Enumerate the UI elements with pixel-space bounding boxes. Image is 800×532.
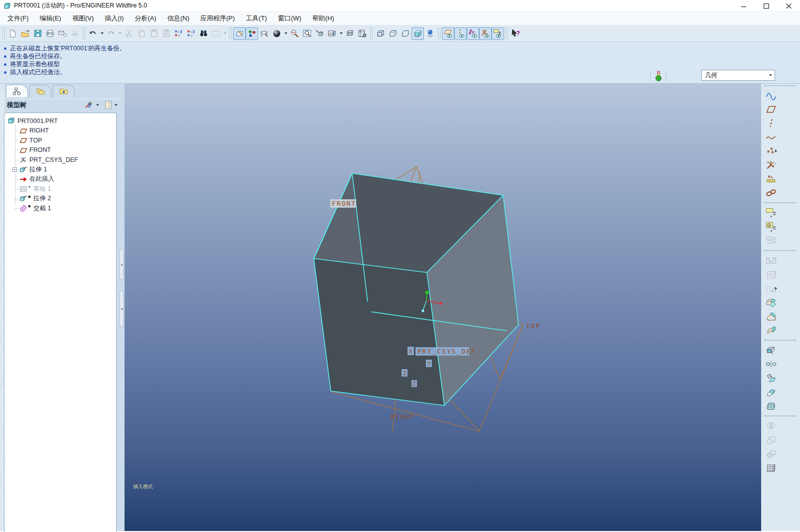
sketch-tool-button[interactable] [765, 89, 777, 102]
no-hidden-button[interactable] [399, 27, 411, 40]
new-file-button[interactable] [6, 27, 19, 40]
annotation-tool-button[interactable] [765, 207, 777, 219]
regenerate-button[interactable] [172, 27, 185, 40]
mirror-tool-button[interactable] [765, 358, 777, 371]
graphics-viewport[interactable]: FRONT TOP RIGHT PRT_CSYS_DEF X Y Z Z 插入模… [125, 84, 761, 531]
find-button[interactable] [197, 27, 210, 40]
save-button[interactable] [31, 27, 44, 40]
datum-axis-tool-button[interactable] [765, 117, 777, 130]
menu-file[interactable]: 文件(F) [2, 12, 34, 25]
orient-mode-button[interactable] [258, 27, 270, 40]
fill-tool-button[interactable] [765, 372, 777, 385]
repaint-button[interactable] [233, 27, 246, 40]
right-datum-label[interactable]: RIGHT [391, 413, 415, 420]
model-canvas[interactable]: FRONT TOP RIGHT PRT_CSYS_DEF X Y Z Z 插入模… [125, 84, 761, 531]
hole-tool-button-disabled[interactable] [765, 255, 777, 267]
panel-splitter[interactable] [119, 84, 125, 531]
menu-analysis[interactable]: 分析(A) [130, 12, 162, 25]
maximize-button[interactable] [755, 0, 778, 11]
menu-help[interactable]: 帮助(H) [307, 12, 340, 25]
custom-regenerate-button[interactable] [185, 27, 197, 40]
revolve-tool-button[interactable] [765, 310, 777, 323]
hidden-line-button[interactable] [387, 27, 399, 40]
front-datum-label[interactable]: FRONT [332, 200, 356, 207]
copy-button-disabled[interactable] [135, 27, 147, 40]
style-tool-button[interactable] [765, 386, 777, 399]
enhanced-realism-button[interactable] [424, 27, 436, 40]
flyout-arrow-icon[interactable] [775, 287, 777, 290]
datum-csys-toggle[interactable] [479, 27, 492, 40]
open-file-button[interactable] [19, 27, 31, 40]
flyout-arrow-icon[interactable] [775, 149, 777, 152]
tree-item-extrude-2[interactable]: 拉伸 2 [4, 194, 116, 204]
tree-item-part-root[interactable]: PRT0001.PRT [4, 116, 116, 126]
top-datum-label[interactable]: TOP [526, 322, 540, 330]
toolbar-grip[interactable] [506, 27, 508, 39]
solidify-tool-button[interactable] [765, 344, 777, 357]
tree-item-insert-here[interactable]: 在此插入 [4, 174, 116, 184]
chevron-down-icon[interactable] [766, 74, 775, 76]
tree-item-extrude-1[interactable]: + 拉伸 1 [4, 165, 116, 175]
menu-insert[interactable]: 插入(I) [99, 12, 129, 25]
appearance-dropdown[interactable] [283, 27, 288, 40]
folder-browser-tab[interactable] [29, 85, 51, 97]
shell-tool-button-disabled[interactable] [765, 268, 777, 281]
close-button[interactable] [778, 0, 800, 11]
redo-dropdown[interactable] [117, 27, 123, 40]
undo-dropdown[interactable] [99, 27, 105, 40]
refit-button[interactable] [313, 27, 326, 40]
tree-display-button[interactable] [104, 101, 118, 110]
pattern-tool-button[interactable] [765, 462, 777, 474]
expand-icon[interactable]: + [12, 167, 17, 172]
splitter-handle[interactable] [120, 249, 124, 280]
minimize-button[interactable] [733, 0, 755, 11]
print-button[interactable] [44, 27, 56, 40]
tree-item-front-plane[interactable]: FRONT [4, 145, 116, 155]
tree-item-csys[interactable]: PRT_CSYS_DEF [4, 155, 116, 165]
select-box-button-disabled[interactable] [210, 27, 222, 40]
toolbar-grip[interactable] [370, 27, 373, 39]
spin-center-toggle[interactable] [246, 27, 258, 40]
model-tree-tab[interactable] [6, 85, 28, 97]
redo-button-disabled[interactable] [105, 27, 117, 40]
undo-button[interactable] [87, 27, 99, 40]
link-button-disabled[interactable] [69, 27, 81, 40]
splitter-handle[interactable] [120, 291, 124, 327]
zoom-out-button[interactable] [288, 27, 301, 40]
extrude-tool-button[interactable] [765, 296, 777, 309]
tree-settings-button[interactable] [84, 101, 99, 110]
menu-window[interactable]: 窗口(W) [272, 12, 307, 25]
menu-view[interactable]: 视图(V) [67, 12, 99, 25]
boundary-blend-tool-button[interactable] [765, 400, 777, 412]
datum-axes-toggle[interactable] [454, 27, 467, 40]
send-email-button[interactable] [56, 27, 69, 40]
saved-views-dropdown[interactable] [338, 27, 344, 40]
context-help-button[interactable]: ? [510, 27, 522, 40]
field-point-tool-button[interactable] [765, 173, 777, 185]
datum-points-toggle[interactable] [467, 27, 479, 40]
menu-applications[interactable]: 应用程序(P) [195, 12, 240, 25]
toolbar-grip[interactable] [438, 27, 440, 39]
shaded-button[interactable] [411, 27, 424, 40]
favorites-tab[interactable] [53, 85, 75, 97]
link-tool-button[interactable] [765, 187, 777, 199]
annotation-disabled-button[interactable] [765, 235, 777, 247]
toolbar-grip[interactable] [229, 27, 232, 39]
tree-item-right-plane[interactable]: RIGHT [4, 126, 116, 136]
menu-edit[interactable]: 编辑(E) [34, 12, 67, 25]
screen-tip-icon[interactable] [655, 71, 662, 82]
selection-filter-combobox[interactable]: 几何 [701, 70, 775, 81]
csys-label[interactable]: PRT_CSYS_DEF [417, 348, 476, 355]
zoom-in-button[interactable] [301, 27, 313, 40]
annotations-toggle[interactable] [492, 27, 504, 40]
wireframe-button[interactable] [374, 27, 387, 40]
layers-button[interactable] [344, 27, 356, 40]
paste-special-button-disabled[interactable] [160, 27, 172, 40]
datum-planes-toggle[interactable] [442, 27, 454, 40]
model-solid[interactable] [314, 173, 519, 405]
tree-item-intersect-1[interactable]: 交截 1 [4, 204, 116, 214]
datum-plane-tool-button[interactable] [765, 103, 777, 116]
view-manager-button[interactable] [356, 27, 369, 40]
toolbar-grip[interactable] [764, 85, 796, 86]
tree-item-top-plane[interactable]: TOP [4, 135, 116, 145]
